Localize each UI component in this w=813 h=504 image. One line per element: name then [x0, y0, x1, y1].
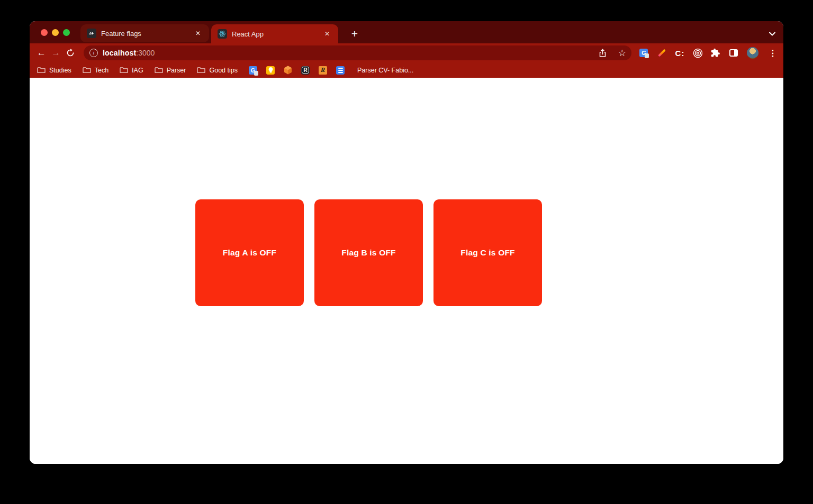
flag-a-card[interactable]: Flag A is OFF — [195, 199, 304, 306]
refresh-icon[interactable] — [65, 46, 76, 60]
browser-window: Feature flags ✕ React App ✕ + — [30, 21, 783, 464]
bookmarks-bar: Studies Tech IAG Parser Good tips G — [30, 62, 783, 78]
keep-lightbulb-icon[interactable] — [266, 66, 275, 75]
tab-close-icon[interactable]: ✕ — [322, 29, 332, 39]
forward-button[interactable]: → — [50, 46, 61, 60]
bookmark-label: Tech — [95, 67, 109, 74]
tab-strip: Feature flags ✕ React App ✕ + — [30, 21, 783, 43]
extensions-puzzle-icon[interactable] — [711, 48, 721, 58]
bookmark-folder-tech[interactable]: Tech — [83, 67, 109, 74]
bookmark-label: Studies — [49, 67, 71, 74]
profile-avatar[interactable] — [747, 47, 758, 59]
orange-r-icon[interactable]: R — [319, 66, 327, 75]
toolbar: ← → i localhost :3000 ☆ G — [30, 43, 783, 62]
close-window-button[interactable] — [41, 29, 48, 36]
chevron-down-icon[interactable] — [769, 29, 776, 39]
page-content: Flag A is OFF Flag B is OFF Flag C is OF… — [30, 78, 783, 464]
flag-b-card[interactable]: Flag B is OFF — [314, 199, 423, 306]
flag-b-status: Flag B is OFF — [341, 248, 396, 258]
target-extension-icon[interactable] — [693, 48, 703, 58]
orange-cube-icon[interactable] — [284, 66, 292, 75]
flag-a-status: Flag A is OFF — [223, 248, 276, 258]
back-button[interactable]: ← — [36, 46, 47, 60]
zoom-window-button[interactable] — [63, 29, 70, 36]
bookmark-label: Good tips — [209, 67, 238, 74]
react-icon — [218, 29, 227, 39]
bookmark-parser-cv[interactable]: Parser CV- Fabio... — [357, 67, 413, 74]
address-bar[interactable]: i localhost :3000 ☆ — [84, 45, 631, 60]
bookmark-label: IAG — [132, 67, 143, 74]
traffic-lights — [41, 29, 70, 36]
bookmark-folder-good-tips[interactable]: Good tips — [197, 67, 238, 74]
side-panel-icon[interactable] — [729, 48, 739, 58]
flag-c-status: Flag C is OFF — [460, 248, 515, 258]
bookmark-folder-parser[interactable]: Parser — [155, 67, 186, 74]
menu-kebab-icon[interactable]: ⋮ — [769, 48, 777, 58]
bookmark-star-icon[interactable]: ☆ — [618, 48, 626, 59]
tab-feature-flags[interactable]: Feature flags ✕ — [80, 24, 209, 42]
dark-r-icon[interactable]: R — [301, 66, 310, 75]
url-host: localhost — [103, 49, 136, 57]
launch-arrow-icon — [87, 29, 96, 38]
pen-extension-icon[interactable] — [657, 48, 667, 58]
url-port: :3000 — [136, 49, 155, 57]
new-tab-button[interactable]: + — [348, 28, 362, 41]
bookmark-folder-iag[interactable]: IAG — [120, 67, 143, 74]
c-extension-icon[interactable]: C: — [675, 48, 685, 58]
tab-title: React App — [232, 30, 322, 38]
translate-icon[interactable]: G — [249, 66, 257, 75]
translate-extension-icon[interactable]: G — [639, 48, 649, 58]
extensions-area: G C: ⋮ — [639, 47, 777, 59]
bookmark-folder-studies[interactable]: Studies — [37, 67, 71, 74]
tab-react-app[interactable]: React App ✕ — [211, 24, 338, 43]
site-info-icon[interactable]: i — [89, 49, 98, 57]
bookmark-label: Parser — [167, 67, 186, 74]
share-icon[interactable] — [599, 49, 607, 58]
docs-icon[interactable] — [336, 66, 345, 75]
tab-close-icon[interactable]: ✕ — [193, 29, 203, 38]
minimize-window-button[interactable] — [52, 29, 59, 36]
tab-title: Feature flags — [101, 30, 193, 38]
flag-c-card[interactable]: Flag C is OFF — [433, 199, 542, 306]
